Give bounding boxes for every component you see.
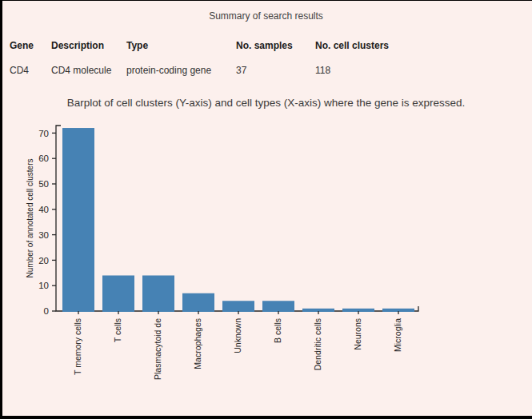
x-tick-label: Plasmacytoid de	[153, 318, 162, 380]
y-tick-label: 40	[38, 205, 49, 214]
y-tick-label: 10	[38, 281, 49, 290]
bar-t-memory-cells	[62, 128, 94, 312]
y-tick-label: 70	[38, 129, 49, 138]
bar-t-cells	[102, 275, 134, 312]
bar-macrophages	[182, 293, 214, 312]
bar-plasmacytoid-de	[142, 275, 174, 312]
y-tick-label: 20	[38, 256, 49, 265]
y-tick-label: 30	[38, 230, 49, 240]
app-window: Summary of search results Gene Descripti…	[0, 0, 532, 419]
x-tick-label: Dendritic cells	[313, 318, 322, 370]
y-tick-label: 60	[38, 154, 49, 163]
x-tick-label: Unknown	[233, 318, 242, 353]
x-tick-label: Neurons	[353, 318, 362, 350]
window-border-bottom	[0, 416, 532, 419]
bar-b-cells	[262, 301, 294, 312]
window-border-left	[0, 0, 2, 419]
barplot: 010203040506070Number of annotated cell …	[0, 0, 532, 419]
bar-unknown	[222, 301, 254, 312]
x-tick-label: B cells	[273, 318, 282, 343]
y-axis-label: Number of annotated cell clusters	[26, 159, 34, 278]
window-border-top	[0, 0, 532, 1]
y-tick-label: 50	[38, 179, 49, 189]
x-tick-label: Microglia	[393, 318, 402, 352]
x-tick-label: T cells	[113, 318, 122, 342]
x-tick-label: T memory cells	[73, 318, 82, 375]
x-tick-label: Macrophages	[193, 318, 202, 369]
y-tick-label: 0	[44, 306, 49, 316]
